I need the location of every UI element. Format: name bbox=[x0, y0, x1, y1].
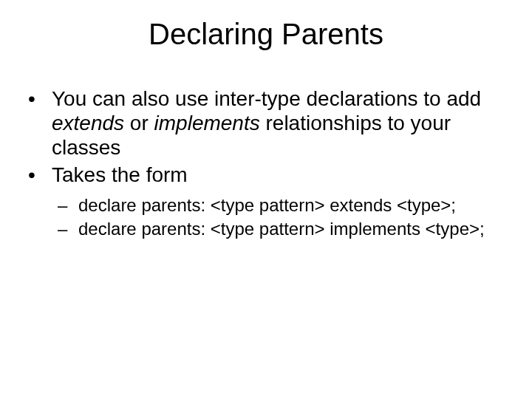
bullet-item: Takes the form declare parents: <type pa… bbox=[24, 163, 508, 240]
sub-bullet-text: declare parents: <type pattern> implemen… bbox=[78, 219, 485, 239]
slide: Declaring Parents You can also use inter… bbox=[0, 0, 532, 399]
sub-bullet-item: declare parents: <type pattern> implemen… bbox=[52, 218, 508, 240]
bullet-text: or bbox=[124, 112, 154, 134]
sub-bullet-item: declare parents: <type pattern> extends … bbox=[52, 194, 508, 216]
bullet-italic-implements: implements bbox=[154, 112, 260, 134]
bullet-item: You can also use inter-type declarations… bbox=[24, 86, 508, 160]
slide-title: Declaring Parents bbox=[0, 0, 532, 58]
bullet-text: You can also use inter-type declarations… bbox=[52, 87, 481, 110]
sub-bullet-text: declare parents: <type pattern> extends … bbox=[78, 195, 456, 215]
slide-body: You can also use inter-type declarations… bbox=[0, 58, 532, 240]
bullet-italic-extends: extends bbox=[52, 112, 124, 134]
bullet-text: Takes the form bbox=[52, 163, 188, 186]
bullet-list: You can also use inter-type declarations… bbox=[24, 86, 508, 240]
sub-bullet-list: declare parents: <type pattern> extends … bbox=[52, 194, 508, 240]
